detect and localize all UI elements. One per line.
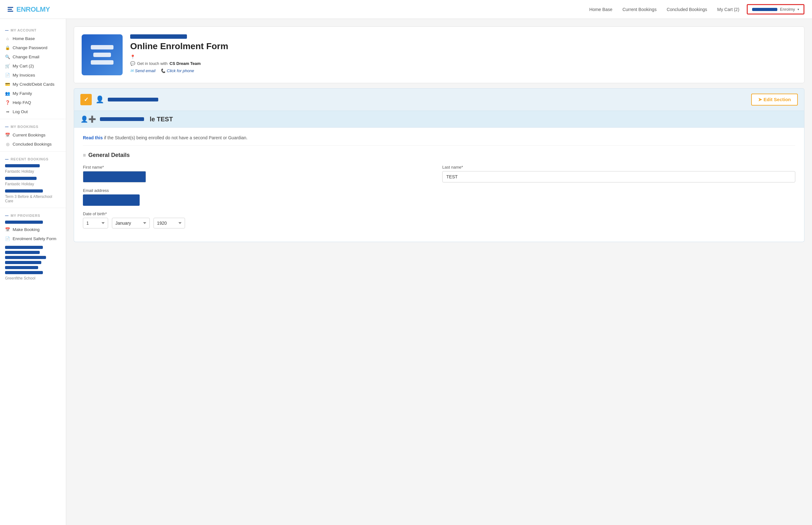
sidebar: MY ACCOUNT ⌂ Home Base 🔒 Change Password… <box>0 19 66 525</box>
nav-user-button[interactable]: Enrolmy ▾ <box>747 4 804 15</box>
add-person-icon: 👤➕ <box>80 115 96 123</box>
nav-concluded-bookings[interactable]: Concluded Bookings <box>667 7 707 12</box>
main-content: Online Enrolment Form 📍 💬 Get in touch w… <box>66 19 812 525</box>
email-row: Email address <box>83 188 795 206</box>
search-icon: 🔍 <box>5 55 10 59</box>
email-group: Email address <box>83 188 795 206</box>
recent-booking-bar-1 <box>5 164 40 167</box>
sidebar-item-cart[interactable]: 🛒 My Cart (2) <box>0 61 66 71</box>
last-name-group: Last name* <box>442 165 795 182</box>
recent-booking-label-1: Fantastic Holiday <box>0 169 66 176</box>
sidebar-account-section: MY ACCOUNT <box>0 25 66 34</box>
provider-bar-6 <box>5 266 38 269</box>
sidebar-divider-2 <box>0 151 66 152</box>
chat-icon: 💬 <box>130 61 135 66</box>
click-phone-link[interactable]: 📞 Click for phone <box>160 69 194 73</box>
help-icon: ❓ <box>5 100 10 105</box>
sidebar-item-current-bookings[interactable]: 📅 Current Bookings <box>0 131 66 139</box>
nav-links: Home Base Current Bookings Concluded Boo… <box>589 7 739 12</box>
provider-info: Online Enrolment Form 📍 💬 Get in touch w… <box>130 34 797 73</box>
orange-check-icon: ✓ <box>80 94 92 105</box>
nav-cart[interactable]: My Cart (2) <box>717 7 739 12</box>
contact-prefix: Get in touch with <box>137 61 168 66</box>
sidebar-item-family[interactable]: 👥 My Family <box>0 89 66 98</box>
logout-icon: ➡ <box>5 109 10 114</box>
last-name-input[interactable] <box>442 171 795 182</box>
card-icon: 💳 <box>5 82 10 87</box>
dob-month-select[interactable]: January <box>112 218 150 228</box>
top-nav: ENROLMY Home Base Current Bookings Concl… <box>0 0 812 19</box>
nav-user-avatar-bar <box>752 8 777 11</box>
sidebar-recent-section: RECENT BOOKINGS <box>0 154 66 163</box>
sidebar-item-change-email[interactable]: 🔍 Change Email <box>0 52 66 61</box>
recent-booking-bar-3 <box>5 190 43 193</box>
email-label: Email address <box>83 188 795 193</box>
provider-bar-2 <box>5 246 43 249</box>
circle-icon: ◎ <box>5 142 10 147</box>
nav-current-bookings[interactable]: Current Bookings <box>622 7 656 12</box>
lock-icon: 🔒 <box>5 45 10 50</box>
general-details-label: General Details <box>88 152 130 159</box>
recent-booking-bar-2 <box>5 177 36 180</box>
sidebar-divider-3 <box>0 208 66 208</box>
form-icon: 📄 <box>5 236 10 241</box>
read-this-link[interactable]: Read this <box>83 135 103 140</box>
first-name-field-blurred[interactable] <box>83 171 146 182</box>
provider-name-bar <box>130 34 187 39</box>
invoice-icon: 📄 <box>5 73 10 77</box>
provider-title: Online Enrolment Form <box>130 41 797 51</box>
sidebar-item-help[interactable]: ❓ Help FAQ <box>0 98 66 107</box>
phone-icon: 📞 <box>160 69 165 73</box>
provider-bar-1 <box>5 221 43 224</box>
subsection-name-bar <box>100 117 144 121</box>
first-name-label: First name* <box>83 165 436 169</box>
provider-actions: ✉ Send email 📞 Click for phone <box>130 69 797 73</box>
list-icon: ≡ <box>83 152 86 158</box>
click-phone-label: Click for phone <box>167 69 194 73</box>
nav-home-base[interactable]: Home Base <box>589 7 612 12</box>
sidebar-item-invoices[interactable]: 📄 My Invoices <box>0 71 66 80</box>
sidebar-item-safety-form[interactable]: 📄 Enrolment Safety Form <box>0 234 66 243</box>
logo[interactable]: ENROLMY <box>8 5 50 14</box>
booking-icon: 📅 <box>5 227 10 232</box>
logo-bar-3 <box>91 60 114 64</box>
logo-bar-2 <box>93 52 111 57</box>
sidebar-item-credit-cards[interactable]: 💳 My Credit/Debit Cards <box>0 80 66 89</box>
section-name-bar <box>108 98 158 102</box>
nav-chevron-icon: ▾ <box>797 7 799 11</box>
recent-booking-label-2: Fantastic Holiday <box>0 181 66 188</box>
sidebar-item-home-base[interactable]: ⌂ Home Base <box>0 34 66 43</box>
location-pin-icon: 📍 <box>130 55 135 59</box>
sidebar-item-make-booking[interactable]: 📅 Make Booking <box>0 225 66 234</box>
cart-icon: 🛒 <box>5 64 10 69</box>
user-icon: 👤 <box>95 95 104 104</box>
provider-contact: 💬 Get in touch with CS Dream Team <box>130 61 797 66</box>
email-field-blurred[interactable] <box>83 194 139 206</box>
sidebar-bookings-section: MY BOOKINGS <box>0 122 66 131</box>
notice-text: if the Student(s) being enrolled do not … <box>104 135 248 140</box>
sidebar-item-change-password[interactable]: 🔒 Change Password <box>0 43 66 52</box>
send-email-link[interactable]: ✉ Send email <box>130 69 156 73</box>
dob-label: Date of birth* <box>83 211 795 216</box>
edit-section-button[interactable]: ➤ Edit Section <box>751 94 798 106</box>
subsection-header: 👤➕ le TEST <box>74 111 804 127</box>
nav-user-label: Enrolmy <box>780 7 795 12</box>
subsection-title: le TEST <box>150 116 173 123</box>
sidebar-item-logout[interactable]: ➡ Log Out <box>0 107 66 116</box>
section-header: ✓ 👤 ➤ Edit Section <box>74 88 804 111</box>
provider-card: Online Enrolment Form 📍 💬 Get in touch w… <box>74 27 804 83</box>
section-header-left: ✓ 👤 <box>80 94 158 105</box>
home-icon: ⌂ <box>5 36 10 41</box>
dob-year-select[interactable]: 1920 <box>153 218 185 228</box>
dob-row: Date of birth* 1 January 1920 <box>83 211 795 228</box>
form-area: Read this if the Student(s) being enroll… <box>74 127 804 242</box>
sidebar-item-concluded-bookings[interactable]: ◎ Concluded Bookings <box>0 139 66 149</box>
general-details-heading: ≡ General Details <box>83 152 795 159</box>
dob-day-select[interactable]: 1 <box>83 218 108 228</box>
provider-bar-4 <box>5 256 46 259</box>
contact-team: CS Dream Team <box>169 61 201 66</box>
dob-selects: 1 January 1920 <box>83 218 795 228</box>
provider-greenfield: Greenfithe School <box>0 275 66 282</box>
provider-logo <box>82 34 123 75</box>
calendar-icon: 📅 <box>5 133 10 137</box>
